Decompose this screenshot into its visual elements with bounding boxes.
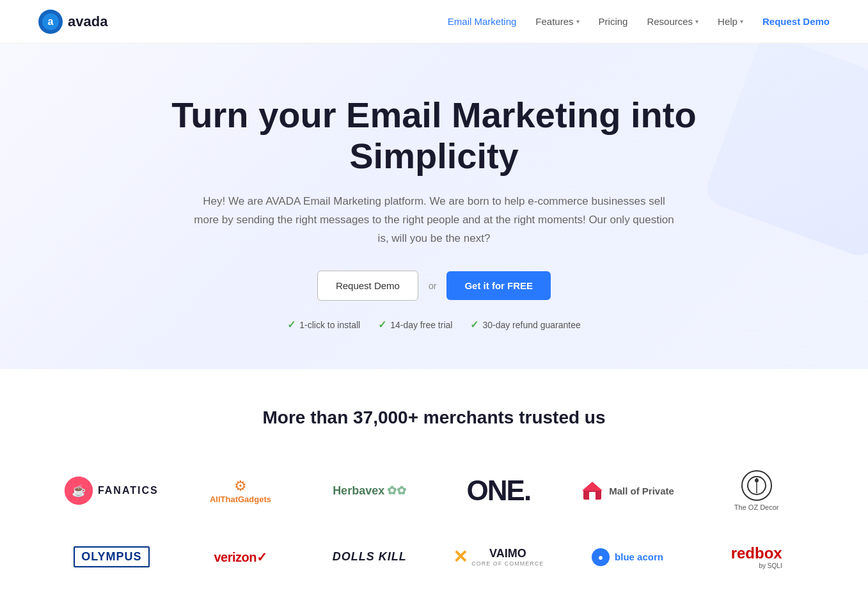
svg-text:☕: ☕: [72, 484, 86, 498]
svg-marker-6: [582, 482, 603, 491]
check-icon: ✓: [287, 319, 296, 331]
vaimo-text-block: VAIMO CORE OF COMMERCE: [471, 547, 544, 567]
svg-rect-7: [589, 492, 596, 500]
one-logo: ONE.: [467, 475, 531, 507]
list-item: OLYMPUS: [51, 536, 173, 578]
blueacorn-text: blue acorn: [615, 551, 663, 562]
svg-point-10: [755, 478, 759, 482]
verizon-logo: verizon✓: [214, 550, 267, 565]
list-item: ✕ VAIMO CORE OF COMMERCE: [438, 536, 560, 578]
hero-section: Turn your Email Marketing into Simplicit…: [0, 43, 868, 369]
badge-install: ✓ 1-click to install: [287, 319, 360, 331]
list-item: verizon✓: [179, 539, 302, 575]
request-demo-button[interactable]: Request Demo: [317, 271, 418, 301]
nav-request-demo[interactable]: Request Demo: [762, 16, 830, 27]
fanatics-icon: ☕: [65, 477, 93, 505]
logo-text: avada: [68, 13, 107, 30]
logo-area[interactable]: a avada: [38, 10, 107, 34]
hero-buttons: Request Demo or Get it for FREE: [38, 271, 830, 301]
hero-badges: ✓ 1-click to install ✓ 14-day free trial…: [38, 319, 830, 331]
vaimo-x-icon: ✕: [453, 546, 468, 567]
get-free-button[interactable]: Get it for FREE: [446, 271, 551, 300]
chevron-down-icon: ▾: [740, 18, 743, 25]
herbavex-text: Herbavex: [333, 484, 384, 498]
dollskill-logo: DOLLS KILL: [333, 550, 407, 564]
merchants-section: More than 37,000+ merchants trusted us ☕…: [0, 369, 868, 593]
badge-trial: ✓ 14-day free trial: [378, 319, 452, 331]
nav-features[interactable]: Features ▾: [535, 16, 579, 27]
merchants-heading: More than 37,000+ merchants trusted us: [38, 407, 830, 428]
redbox-logo: redbox by SQLI: [731, 544, 782, 569]
nav-resources[interactable]: Resources ▾: [647, 16, 698, 27]
list-item: ⚙ AllThatGadgets: [179, 468, 302, 514]
acorn-icon: ●: [592, 548, 610, 566]
badge-install-text: 1-click to install: [299, 320, 360, 330]
list-item: Herbavex ✿✿: [308, 473, 431, 508]
or-separator: or: [429, 281, 436, 291]
list-item: redbox by SQLI: [695, 534, 818, 580]
mallofprivate-text: Mall of Private: [609, 486, 674, 496]
merchant-logos-row1: ☕ FANATICS ⚙ AllThatGadgets Herbavex ✿✿ …: [51, 460, 818, 521]
header: a avada Email Marketing Features ▾ Prici…: [0, 0, 868, 43]
gadgets-icon: ⚙: [234, 478, 247, 494]
list-item: ONE.: [438, 464, 560, 517]
list-item: ● blue acorn: [566, 538, 689, 576]
vaimo-logo: ✕ VAIMO CORE OF COMMERCE: [453, 546, 544, 567]
fanatics-logo: ☕ FANATICS: [65, 477, 159, 505]
list-item: ☕ FANATICS: [51, 466, 173, 515]
ozdecor-text: The OZ Decor: [734, 503, 779, 511]
allthatgadgets-text: AllThatGadgets: [210, 494, 271, 504]
badge-refund-text: 30-day refund guarantee: [482, 320, 580, 330]
badge-trial-text: 14-day free trial: [390, 320, 452, 330]
merchant-logos-row2: OLYMPUS verizon✓ DOLLS KILL ✕ VAIMO CORE…: [51, 534, 818, 580]
redbox-name: redbox: [731, 544, 782, 562]
nav-email-marketing[interactable]: Email Marketing: [448, 16, 517, 27]
nav-pricing[interactable]: Pricing: [599, 16, 628, 27]
main-nav: Email Marketing Features ▾ Pricing Resou…: [448, 16, 830, 27]
chevron-down-icon: ▾: [695, 18, 698, 25]
hero-subtext: Hey! We are AVADA Email Marketing platfo…: [191, 193, 677, 248]
vaimo-sub: CORE OF COMMERCE: [471, 560, 544, 567]
redbox-sub: by SQLI: [759, 562, 782, 569]
check-icon: ✓: [470, 319, 478, 331]
mallofprivate-logo: Mall of Private: [581, 479, 674, 502]
list-item: DOLLS KILL: [308, 540, 431, 574]
list-item: The OZ Decor: [695, 460, 818, 521]
list-item: Mall of Private: [566, 469, 689, 512]
herbavex-decoration: ✿✿: [387, 484, 406, 498]
olympus-logo: OLYMPUS: [74, 546, 149, 567]
check-icon: ✓: [378, 319, 386, 331]
allthatgadgets-logo: ⚙ AllThatGadgets: [210, 478, 271, 504]
svg-text:a: a: [48, 16, 54, 27]
chevron-down-icon: ▾: [576, 18, 580, 25]
oz-circle-icon: [741, 470, 772, 501]
ozdecor-logo: The OZ Decor: [734, 470, 779, 511]
blueacorn-logo: ● blue acorn: [592, 548, 663, 566]
mall-icon: [581, 479, 604, 502]
herbavex-logo: Herbavex ✿✿: [333, 484, 406, 498]
hero-heading: Turn your Email Marketing into Simplicit…: [146, 95, 722, 177]
avada-logo-icon: a: [38, 10, 63, 34]
nav-help[interactable]: Help ▾: [718, 16, 743, 27]
vaimo-name: VAIMO: [471, 547, 544, 560]
fanatics-text: FANATICS: [98, 485, 159, 496]
badge-refund: ✓ 30-day refund guarantee: [470, 319, 580, 331]
